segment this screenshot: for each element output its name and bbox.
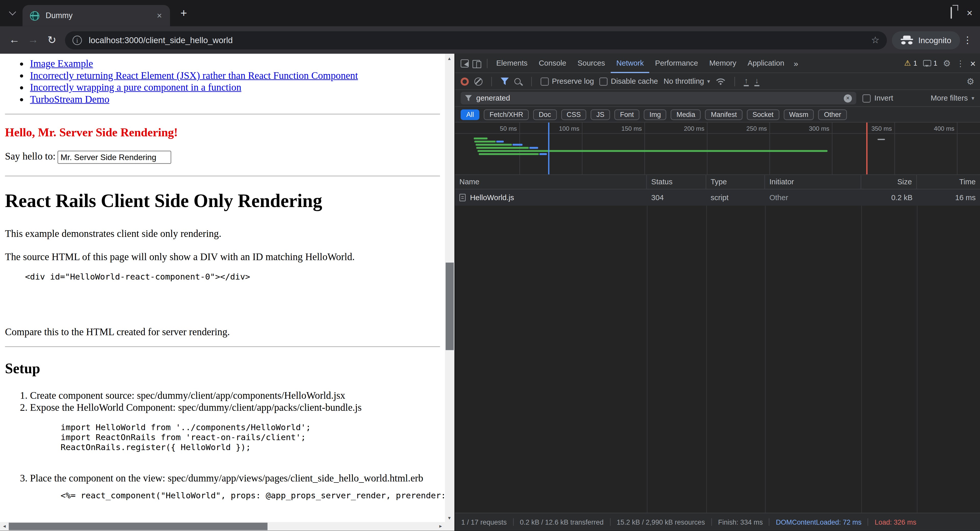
- request-name: HelloWorld.js: [470, 193, 514, 202]
- request-name-cell[interactable]: HelloWorld.js: [455, 190, 647, 206]
- devtools-tab-elements[interactable]: Elements: [490, 53, 533, 73]
- column-header-initiator[interactable]: Initiator: [765, 175, 861, 189]
- horizontal-scroll-thumb[interactable]: [9, 522, 267, 530]
- disable-cache-checkbox[interactable]: [600, 77, 608, 85]
- reload-button[interactable]: ↻: [43, 30, 61, 49]
- site-info-icon[interactable]: i: [73, 35, 82, 45]
- scroll-right-arrow[interactable]: ►: [436, 522, 445, 531]
- export-har-icon[interactable]: ↓: [754, 77, 759, 86]
- new-tab-button[interactable]: +: [177, 6, 191, 20]
- more-panels-icon[interactable]: »: [790, 59, 802, 68]
- page-link[interactable]: TurboStream Demo: [30, 94, 110, 104]
- devtools-settings-icon[interactable]: ⚙: [943, 58, 951, 68]
- devtools-tab-network[interactable]: Network: [611, 53, 649, 73]
- filter-icon[interactable]: [501, 78, 509, 85]
- column-header-type[interactable]: Type: [706, 175, 765, 189]
- devtools-tab-console[interactable]: Console: [533, 53, 572, 73]
- import-har-icon[interactable]: ↑: [744, 77, 749, 86]
- separator: [735, 77, 735, 86]
- throttling-dropdown[interactable]: No throttling ▾: [663, 77, 710, 86]
- column-header-status[interactable]: Status: [647, 175, 706, 189]
- filter-chip-js[interactable]: JS: [591, 109, 610, 120]
- filter-chip-socket[interactable]: Socket: [747, 109, 779, 120]
- filter-chip-media[interactable]: Media: [671, 109, 701, 120]
- separator: [491, 77, 492, 86]
- timeline-tick-label: 250 ms: [729, 125, 767, 132]
- network-settings-icon[interactable]: ⚙: [966, 77, 974, 86]
- waterfall-bar: [477, 150, 827, 152]
- device-toolbar-icon[interactable]: [473, 59, 481, 67]
- filter-chip-doc[interactable]: Doc: [533, 109, 557, 120]
- more-filters-dropdown[interactable]: More filters ▾: [931, 94, 974, 102]
- devtools-tab-memory[interactable]: Memory: [703, 53, 742, 73]
- clear-filter-icon[interactable]: ×: [844, 94, 852, 102]
- filter-input[interactable]: generated ×: [461, 92, 856, 104]
- column-header-size[interactable]: Size: [861, 175, 917, 189]
- search-icon[interactable]: [514, 78, 520, 84]
- filter-chip-css[interactable]: CSS: [561, 109, 586, 120]
- column-header-time[interactable]: Time: [917, 175, 980, 189]
- filter-chip-img[interactable]: Img: [644, 109, 667, 120]
- forward-button[interactable]: →: [24, 30, 42, 49]
- page-link[interactable]: Image Example: [30, 58, 93, 69]
- code-snippet: import HelloWorld from '../components/He…: [61, 423, 440, 453]
- timeline-gridline: [644, 123, 645, 174]
- vertical-scrollbar[interactable]: ▲ ▼: [445, 54, 455, 522]
- devtools-tab-application[interactable]: Application: [742, 53, 790, 73]
- vertical-scroll-thumb[interactable]: [445, 263, 454, 350]
- name-input[interactable]: [57, 151, 171, 164]
- invert-checkbox[interactable]: [862, 94, 871, 102]
- devtools-menu-icon[interactable]: ⋮: [956, 59, 965, 68]
- filter-chip-wasm[interactable]: Wasm: [783, 109, 814, 120]
- devtools-tab-sources[interactable]: Sources: [572, 53, 611, 73]
- list-item: Incorrectly wrapping a pure component in…: [30, 81, 440, 93]
- timeline-gridline: [582, 123, 582, 174]
- browser-tab[interactable]: Dummy ×: [22, 5, 170, 26]
- devtools-tab-performance[interactable]: Performance: [649, 53, 703, 73]
- filter-chip-manifest[interactable]: Manifest: [705, 109, 742, 120]
- warning-icon[interactable]: ⚠: [904, 59, 911, 67]
- setup-step-text: Expose the HelloWorld Component: spec/du…: [30, 402, 362, 413]
- setup-step: Expose the HelloWorld Component: spec/du…: [30, 401, 440, 453]
- table-header: Name Status Type Initiator Size Time: [455, 175, 980, 190]
- back-button[interactable]: ←: [5, 30, 24, 49]
- disable-cache-label: Disable cache: [611, 77, 658, 86]
- list-item: TurboStream Demo: [30, 93, 440, 105]
- url-bar[interactable]: i localhost:3000/client_side_hello_world…: [65, 31, 887, 49]
- browser-menu-button[interactable]: ⋮: [960, 30, 975, 49]
- scroll-left-arrow[interactable]: ◄: [0, 522, 9, 531]
- console-message-icon[interactable]: [923, 60, 931, 66]
- network-overview[interactable]: 50 ms100 ms150 ms200 ms250 ms300 ms350 m…: [455, 123, 980, 175]
- scroll-down-arrow[interactable]: ▼: [445, 513, 454, 522]
- inspect-element-icon[interactable]: [461, 59, 469, 67]
- preserve-log-checkbox[interactable]: [541, 77, 549, 85]
- filter-chip-other[interactable]: Other: [818, 109, 847, 120]
- column-header-name[interactable]: Name: [455, 175, 647, 189]
- devtools-close-icon[interactable]: ×: [970, 58, 975, 69]
- bookmark-star-icon[interactable]: ☆: [871, 35, 880, 46]
- paragraph: The source HTML of this page will only s…: [5, 251, 440, 263]
- record-network-log-button[interactable]: [461, 77, 469, 85]
- table-row[interactable]: HelloWorld.js 304 script Other 0.2 kB 16…: [455, 190, 980, 206]
- chevron-down-icon: ▾: [707, 78, 710, 84]
- warning-count: 1: [913, 59, 917, 67]
- restore-button[interactable]: [950, 7, 952, 19]
- clear-network-log-icon[interactable]: [474, 77, 483, 85]
- filter-query[interactable]: generated: [476, 94, 839, 102]
- filter-chip-fetchxhr[interactable]: Fetch/XHR: [484, 109, 529, 120]
- network-toolbar: Preserve log Disable cache No throttling…: [455, 73, 980, 90]
- load-marker: [866, 123, 867, 174]
- tab-search-button[interactable]: [6, 6, 19, 20]
- tab-close-icon[interactable]: ×: [154, 10, 165, 21]
- list-item: Image Example: [30, 57, 440, 69]
- filter-chip-all[interactable]: All: [461, 109, 479, 120]
- page-link[interactable]: Incorrectly wrapping a pure component in…: [30, 82, 242, 92]
- page-link[interactable]: Incorrectly returning React Element (JSX…: [30, 70, 358, 81]
- scroll-up-arrow[interactable]: ▲: [445, 54, 454, 62]
- filter-chip-font[interactable]: Font: [614, 109, 640, 120]
- url-text[interactable]: localhost:3000/client_side_hello_world: [89, 35, 871, 45]
- waterfall-bar: [474, 141, 496, 142]
- horizontal-scrollbar[interactable]: ◄ ►: [0, 522, 445, 531]
- network-conditions-icon[interactable]: [716, 78, 725, 85]
- window-close-button[interactable]: ×: [967, 8, 973, 18]
